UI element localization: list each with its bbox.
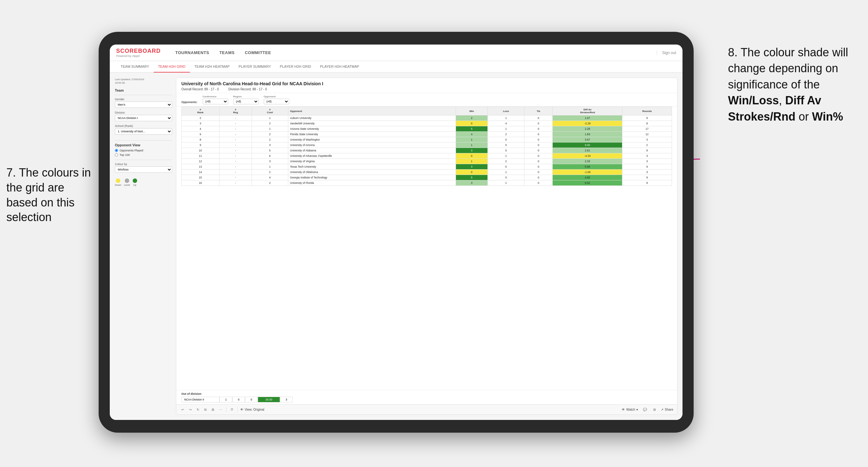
- cell-diff: 2.33: [553, 159, 622, 164]
- conference-filter-select[interactable]: (All): [203, 99, 228, 104]
- nav-teams[interactable]: TEAMS: [214, 44, 240, 61]
- cell-conf: 2: [252, 132, 288, 137]
- legend-down-dot: [116, 179, 120, 183]
- school-select[interactable]: 1. University of Nort...: [115, 128, 172, 134]
- grid-area: University of North Carolina Head-to-Hea…: [176, 77, 677, 415]
- cell-tie: 0: [524, 164, 553, 169]
- cell-rounds: 9: [622, 175, 672, 180]
- nav-tournaments[interactable]: TOURNAMENTS: [170, 44, 214, 61]
- toolbar-undo[interactable]: ↩: [180, 407, 185, 412]
- cell-reg: -: [219, 126, 252, 132]
- school-label: School (Rank): [115, 124, 172, 128]
- table-row: 4 - 1 Arizona State University 5 1 0 2.2…: [182, 126, 672, 132]
- tab-player-h2h-grid[interactable]: PLAYER H2H GRID: [276, 61, 316, 72]
- overall-record-label: Overall Record: 89 - 17 - 0: [181, 88, 219, 91]
- cell-win: 3: [456, 164, 488, 169]
- table-row: 12 - 3 University of Virginia 1 2 0 2.33…: [182, 159, 672, 164]
- table-row: 15 - 4 Georgia Institute of Technology 5…: [182, 175, 672, 180]
- tab-player-summary[interactable]: PLAYER SUMMARY: [234, 61, 276, 72]
- cell-reg: -: [219, 180, 252, 186]
- cell-tie: 0: [524, 175, 553, 180]
- sub-nav: TEAM SUMMARY TEAM H2H GRID TEAM H2H HEAT…: [110, 61, 682, 72]
- colour-by-select[interactable]: Win/loss: [115, 166, 172, 173]
- cell-loss: 4: [488, 121, 524, 126]
- cell-rank: 16: [182, 180, 220, 186]
- out-division-label: Out of division: [181, 392, 672, 396]
- region-filter-select[interactable]: (All): [233, 99, 259, 104]
- watch-button[interactable]: 👁 Watch ▾: [622, 408, 638, 411]
- left-panel: Last Updated: 27/03/2024 16:55:38 Team G…: [115, 77, 172, 415]
- cell-rounds: 9: [622, 164, 672, 169]
- tab-team-h2h-grid[interactable]: TEAM H2H GRID: [154, 61, 190, 72]
- cell-win: 2: [456, 116, 488, 121]
- cell-reg: -: [219, 159, 252, 164]
- cell-rank: 3: [182, 121, 220, 126]
- opponent-view-label: Opponent View: [115, 143, 172, 147]
- cell-win: 4: [456, 132, 488, 137]
- cell-win: 3: [456, 180, 488, 186]
- cell-diff: -4.33: [553, 153, 622, 159]
- cell-win: 1: [456, 159, 488, 164]
- colour-legend: Down Level Up: [115, 179, 172, 186]
- share-button[interactable]: ↗ Share: [661, 408, 673, 411]
- toolbar-redo[interactable]: ↪: [188, 407, 193, 412]
- cell-reg: -: [219, 121, 252, 126]
- tab-team-h2h-heatmap[interactable]: TEAM H2H HEATMAP: [190, 61, 234, 72]
- toolbar-present[interactable]: ⊞: [652, 407, 657, 412]
- col-conf: #Conf: [252, 107, 288, 116]
- cell-opponent: Arizona State University: [288, 126, 456, 132]
- cell-reg: -: [219, 169, 252, 175]
- out-div-name: NCAA Division II: [181, 397, 220, 402]
- cell-rounds: 9: [622, 116, 672, 121]
- app-header: SCOREBOARD Powered by clippd TOURNAMENTS…: [110, 44, 682, 61]
- data-table-wrapper: #Rank #Reg #Conf Opponent Win Loss Tie D…: [176, 106, 677, 390]
- toolbar-more[interactable]: ⋯: [218, 407, 224, 412]
- table-row: 14 - 2 University of Oklahoma 0 1 0 -1.0…: [182, 169, 672, 175]
- cell-tie: 0: [524, 143, 553, 148]
- cell-rank: 15: [182, 175, 220, 180]
- opponent-filter-select[interactable]: (All): [264, 99, 289, 104]
- toolbar-grid[interactable]: ⊞: [210, 407, 215, 412]
- table-row: 3 - 2 Vanderbilt University 0 4 0 -2.29 …: [182, 121, 672, 126]
- cell-diff: 9.00: [553, 143, 622, 148]
- radio-top-100[interactable]: Top 100: [115, 153, 172, 157]
- nav-committee[interactable]: COMMITTEE: [240, 44, 276, 61]
- cell-diff: 6.62: [553, 180, 622, 186]
- cell-diff: 3.67: [553, 137, 622, 143]
- cell-reg: -: [219, 132, 252, 137]
- cell-conf: 2: [252, 137, 288, 143]
- filter-region: Region (All): [233, 95, 259, 104]
- toolbar-comment[interactable]: 💬: [642, 407, 648, 412]
- cell-conf: 2: [252, 180, 288, 186]
- cell-reg: -: [219, 148, 252, 153]
- table-row: 11 - 6 University of Arkansas, Fayettevi…: [182, 153, 672, 159]
- col-rank: #Rank: [182, 107, 220, 116]
- out-div-win: 1: [220, 397, 232, 402]
- filter-conference: Conference (All): [203, 95, 228, 104]
- cell-diff: 2.28: [553, 126, 622, 132]
- sign-out-button[interactable]: Sign out: [657, 51, 676, 55]
- cell-loss: 0: [488, 143, 524, 148]
- cell-conf: 6: [252, 153, 288, 159]
- tab-team-summary[interactable]: TEAM SUMMARY: [116, 61, 154, 72]
- gender-select[interactable]: Men's: [115, 101, 172, 108]
- cell-opponent: University of Arizona: [288, 143, 456, 148]
- cell-reg: -: [219, 175, 252, 180]
- cell-rank: 9: [182, 143, 220, 148]
- toolbar-copy[interactable]: ⧉: [203, 407, 208, 412]
- toolbar-refresh[interactable]: ↻: [195, 407, 200, 412]
- legend-up: Up: [133, 179, 137, 186]
- toolbar-clock[interactable]: ⏱: [229, 407, 235, 412]
- cell-diff: 2.61: [553, 148, 622, 153]
- cell-tie: 0: [524, 148, 553, 153]
- panel-timestamp: Last Updated: 27/03/2024 16:55:38: [115, 77, 172, 85]
- tab-player-h2h-heatmap[interactable]: PLAYER H2H HEATMAP: [316, 61, 364, 72]
- division-select[interactable]: NCAA Division I: [115, 115, 172, 121]
- cell-rank: 2: [182, 116, 220, 121]
- cell-rank: 12: [182, 159, 220, 164]
- radio-opponents-played[interactable]: Opponents Played: [115, 149, 172, 152]
- cell-loss: 0: [488, 175, 524, 180]
- cell-conf: 1: [252, 116, 288, 121]
- table-row: 8 - 2 University of Washington 1 0 0 3.6…: [182, 137, 672, 143]
- cell-diff: 1.67: [553, 116, 622, 121]
